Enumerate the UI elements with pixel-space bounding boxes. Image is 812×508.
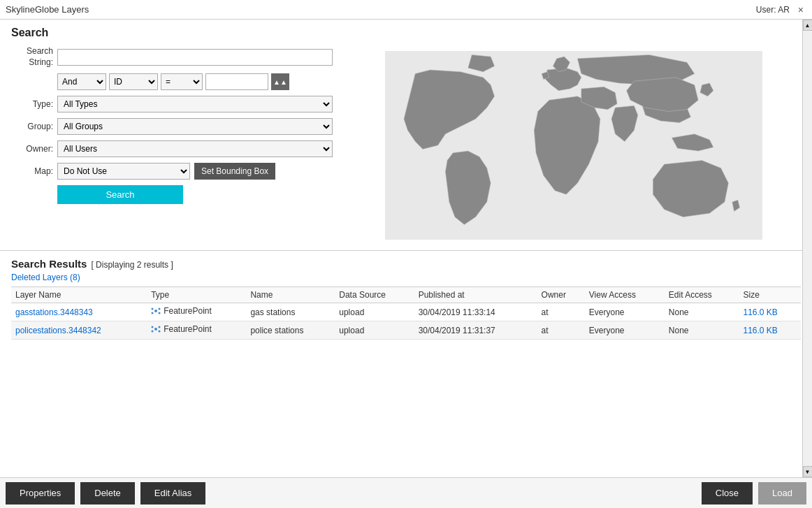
group-label: Group: [11,122,53,131]
results-count: [ Displaying 2 results ] [91,260,173,270]
table-header-row: Layer Name Type Name Data Source Publish… [11,287,801,303]
map-container [347,46,801,243]
map-label: Map: [11,166,53,176]
app-title: SkylineGlobe Layers [6,4,89,15]
owner-select[interactable]: All Users [57,140,333,157]
svg-point-7 [152,326,154,328]
filter-value-input[interactable] [205,73,268,90]
owner-cell: at [537,303,585,321]
svg-point-8 [159,326,161,328]
layer-name-link[interactable]: gasstations.3448343 [15,307,93,317]
results-title: Search Results [11,258,87,270]
table-row: gasstations.3448343FeaturePointgas stati… [11,303,801,321]
title-bar: SkylineGlobe Layers User: AR × [0,0,812,20]
map-row: Map: Do Not Use Set Bounding Box [11,163,333,180]
owner-row: Owner: All Users [11,140,333,157]
size-link[interactable]: 116.0 KB [744,307,778,317]
owner-cell: at [537,321,585,340]
edit-access-cell: None [665,321,739,340]
scroll-up-button[interactable]: ▲ [803,20,813,31]
main-content: Search SearchString: And Or ID [0,20,812,477]
svg-point-4 [152,312,154,314]
size-link[interactable]: 116.0 KB [744,326,778,335]
filter-and-select[interactable]: And Or [57,73,106,90]
search-controls: SearchString: And Or ID Name Type [11,46,333,243]
svg-point-5 [159,312,161,314]
scrollbar: ▲ ▼ [802,20,812,477]
type-cell: FeaturePoint [147,303,246,321]
svg-point-2 [152,308,154,310]
map-select[interactable]: Do Not Use [57,163,190,180]
group-row: Group: All Groups [11,118,333,135]
type-label: Type: [11,99,53,109]
user-label: User: AR [756,5,790,15]
search-title: Search [11,27,801,39]
filter-field-select[interactable]: ID Name Type [109,73,158,90]
col-view-access: View Access [585,287,665,303]
load-button[interactable]: Load [758,482,806,505]
results-section: Search Results [ Displaying 2 results ] … [0,251,812,340]
type-icon: FeaturePoint [151,306,212,316]
footer-right: Close Load [702,482,806,505]
type-select[interactable]: All Types [57,96,333,113]
filter-up-button[interactable]: ▲▲ [271,73,289,90]
col-owner: Owner [537,287,585,303]
owner-label: Owner: [11,144,53,154]
world-map [385,48,762,243]
name-cell: police stations [246,321,335,340]
svg-point-1 [154,310,157,312]
published-at-cell: 30/04/2019 11:33:14 [414,303,537,321]
col-name: Name [246,287,335,303]
deleted-layers-link[interactable]: Deleted Layers (8) [11,273,80,282]
data-source-cell: upload [335,303,414,321]
name-cell: gas stations [246,303,335,321]
layer-name-link[interactable]: policestations.3448342 [15,326,101,335]
view-access-cell: Everyone [585,303,665,321]
delete-button[interactable]: Delete [80,482,135,505]
scroll-down-button[interactable]: ▼ [803,466,813,477]
view-access-cell: Everyone [585,321,665,340]
results-table: Layer Name Type Name Data Source Publish… [11,286,801,340]
footer-left: Properties Delete Edit Alias [6,482,205,505]
col-edit-access: Edit Access [665,287,739,303]
title-bar-right: User: AR × [756,4,806,15]
type-cell: FeaturePoint [147,321,246,340]
svg-point-10 [159,331,161,333]
search-section: Search SearchString: And Or ID [0,20,812,251]
close-window-button[interactable]: × [795,4,806,15]
data-source-cell: upload [335,321,414,340]
type-row: Type: All Types [11,96,333,113]
col-data-source: Data Source [335,287,414,303]
svg-point-3 [159,308,161,310]
col-type: Type [147,287,246,303]
results-header: Search Results [ Displaying 2 results ] [11,258,801,270]
col-size: Size [739,287,802,303]
edit-alias-button[interactable]: Edit Alias [140,482,205,505]
group-select[interactable]: All Groups [57,118,333,135]
edit-access-cell: None [665,303,739,321]
search-string-label: SearchString: [11,46,53,68]
search-body: SearchString: And Or ID Name Type [11,46,801,243]
type-icon: FeaturePoint [151,324,212,334]
set-bounding-box-button[interactable]: Set Bounding Box [194,163,275,180]
footer: Properties Delete Edit Alias Close Load [0,477,812,508]
table-row: policestations.3448342FeaturePointpolice… [11,321,801,340]
search-button[interactable]: Search [57,185,183,204]
svg-point-9 [152,331,154,333]
col-layer-name: Layer Name [11,287,147,303]
filter-operator-select[interactable]: = != > < [161,73,203,90]
svg-point-6 [154,328,157,331]
close-button[interactable]: Close [702,482,753,505]
col-published-at: Published at [414,287,537,303]
search-string-input[interactable] [57,49,333,66]
properties-button[interactable]: Properties [6,482,75,505]
search-button-row: Search [11,185,333,204]
published-at-cell: 30/04/2019 11:31:37 [414,321,537,340]
search-string-row: SearchString: [11,46,333,68]
filter-row: And Or ID Name Type = != > < [11,73,333,90]
